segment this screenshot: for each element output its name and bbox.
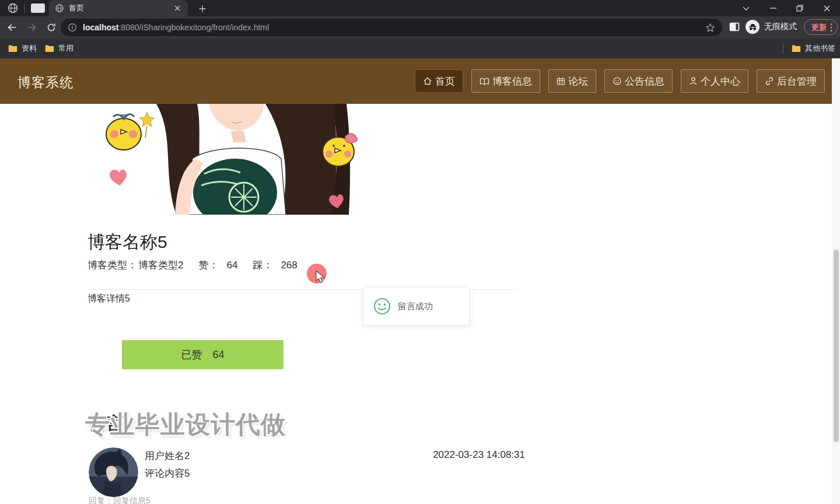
comment-avatar — [89, 447, 138, 497]
link-icon — [765, 76, 774, 86]
bookmark-label: 资料 — [22, 43, 37, 54]
browser-tab-strip: 首页 — [0, 0, 840, 16]
comment-reply: 回复：回复信息5 — [89, 496, 150, 504]
blog-title: 博客名称5 — [88, 230, 167, 254]
bookmark-folder-changyong[interactable]: 常用 — [45, 43, 74, 54]
globe-icon — [7, 2, 19, 14]
nav-item-home[interactable]: 首页 — [415, 69, 463, 93]
kebab-menu-icon[interactable] — [830, 23, 832, 32]
toast-text: 留言成功 — [398, 301, 433, 312]
browser-tab[interactable]: 首页 — [49, 0, 188, 16]
like-count: 64 — [226, 260, 237, 271]
other-bookmarks[interactable]: 其他书签 — [783, 38, 835, 58]
nav-item-label: 个人中心 — [701, 75, 740, 88]
page-scrollbar[interactable] — [832, 58, 840, 504]
like-label: 赞： — [198, 258, 218, 272]
comment-content: 评论内容5 — [145, 467, 190, 480]
liked-button-label: 已赞 — [181, 348, 202, 362]
forum-grid-icon — [556, 77, 565, 86]
nav-item-blog-info[interactable]: 博客信息 — [471, 69, 540, 93]
blog-type-value: 博客类型2 — [138, 258, 183, 272]
person-icon — [689, 76, 698, 86]
page-info-icon[interactable] — [68, 23, 77, 32]
blog-meta-row: 博客类型： 博客类型2 赞： 64 踩： 268 — [88, 258, 298, 272]
new-tab-button[interactable] — [196, 2, 209, 15]
home-icon — [423, 76, 432, 86]
comment-username: 用户姓名2 — [145, 449, 190, 463]
screenshot-root: 首页 — [0, 0, 840, 504]
nav-item-label: 博客信息 — [492, 75, 532, 88]
back-icon[interactable] — [4, 19, 20, 36]
site-header: 博客系统 首页 博客信息 — [0, 58, 832, 104]
mouse-cursor — [316, 270, 326, 284]
window-menu-chevron-icon[interactable] — [733, 0, 760, 16]
nav-item-profile[interactable]: 个人中心 — [681, 69, 748, 93]
window-controls — [733, 0, 840, 16]
dislike-label: 踩： — [253, 258, 272, 272]
blog-hero-image — [88, 104, 362, 215]
site-brand: 博客系统 — [18, 74, 74, 92]
dislike-count: 268 — [281, 260, 297, 271]
window-restore-button[interactable] — [786, 0, 813, 16]
blog-detail-text: 博客详情5 — [88, 293, 130, 305]
bookmark-folder-ziliao[interactable]: 资料 — [8, 43, 37, 54]
incognito-icon — [746, 20, 760, 34]
announcement-face-icon — [612, 76, 622, 86]
liked-button-count: 64 — [212, 349, 224, 361]
blog-type-label: 博客类型： — [88, 258, 137, 272]
bookmarks-bar: 资料 常用 其他书签 — [0, 38, 840, 58]
nav-item-label: 后台管理 — [777, 75, 817, 88]
address-bar[interactable]: localhost:8080/iSharingbokexitong/front/… — [61, 19, 722, 36]
bookmark-star-icon[interactable] — [705, 23, 715, 33]
nav-item-announcements[interactable]: 公告信息 — [604, 69, 673, 93]
scrollbar-thumb[interactable] — [834, 250, 839, 442]
nav-item-label: 公告信息 — [625, 75, 664, 88]
toast-message: 留言成功 — [363, 287, 470, 326]
bookmark-label: 常用 — [58, 43, 74, 54]
url-host: localhost — [83, 23, 118, 32]
browser-toolbar: localhost:8080/iSharingbokexitong/front/… — [0, 16, 840, 38]
watermark-text: 专业毕业设计代做 — [85, 408, 286, 441]
nav-item-label: 论坛 — [568, 75, 588, 88]
nav-item-forum[interactable]: 论坛 — [548, 69, 596, 93]
reload-icon[interactable] — [43, 19, 60, 36]
main-nav: 首页 博客信息 论坛 — [415, 69, 825, 93]
other-bookmarks-label: 其他书签 — [805, 43, 835, 54]
success-smiley-icon — [373, 298, 391, 315]
tab-favicon-globe-icon — [55, 4, 64, 13]
tab-close-icon[interactable] — [173, 4, 182, 13]
folder-icon — [8, 45, 18, 52]
bookmarks-separator — [783, 43, 783, 54]
url-text: localhost:8080/iSharingbokexitong/front/… — [83, 23, 705, 32]
window-close-button[interactable] — [813, 0, 840, 16]
tab-title: 首页 — [69, 3, 173, 13]
nav-item-admin[interactable]: 后台管理 — [757, 69, 825, 93]
web-page: 博客系统 首页 博客信息 — [0, 58, 840, 504]
url-path: :8080/iSharingbokexitong/front/index.htm… — [118, 23, 269, 32]
update-label: 更新 — [811, 22, 827, 33]
folder-icon — [792, 45, 801, 52]
incognito-label: 无痕模式 — [764, 22, 797, 32]
window-minimize-button[interactable] — [760, 0, 786, 16]
forward-icon[interactable] — [23, 19, 40, 36]
tabstrip-separator — [24, 4, 25, 13]
nav-item-label: 首页 — [435, 75, 455, 88]
blog-book-icon — [480, 77, 489, 86]
update-button[interactable]: 更新 — [804, 19, 838, 35]
folder-icon — [45, 45, 54, 52]
incognito-badge: 无痕模式 — [746, 20, 797, 34]
liked-button[interactable]: 已赞 64 — [122, 340, 284, 369]
side-panel-icon[interactable] — [729, 22, 740, 32]
tab-thumbnail-icon[interactable] — [31, 4, 45, 13]
comment-timestamp: 2022-03-23 14:08:31 — [408, 449, 525, 461]
